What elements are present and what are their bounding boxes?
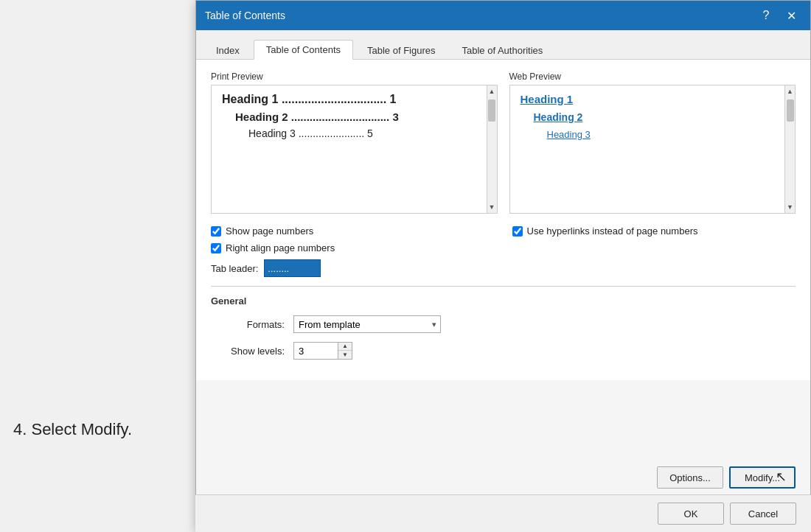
show-levels-spinner: 3 ▲ ▼ — [293, 342, 352, 360]
tab-leader-label: Tab leader: — [211, 263, 258, 274]
web-scroll-up-arrow[interactable]: ▲ — [785, 85, 795, 97]
show-levels-label: Show levels: — [211, 346, 285, 357]
modify-button[interactable]: Modify... — [729, 466, 796, 489]
cancel-button[interactable]: Cancel — [730, 503, 796, 525]
show-page-numbers-row: Show page numbers — [211, 225, 495, 237]
right-align-row: Right align page numbers — [211, 242, 495, 253]
options-left: Show page numbers Right align page numbe… — [211, 225, 495, 277]
help-button[interactable]: ? — [756, 5, 776, 26]
web-heading1[interactable]: Heading 1 — [521, 93, 775, 105]
close-button[interactable]: ✕ — [781, 5, 801, 26]
dialog-title: Table of Contents — [205, 10, 285, 21]
web-heading3[interactable]: Heading 3 — [547, 129, 775, 140]
web-preview-scrollbar[interactable]: ▲ ▼ — [784, 85, 795, 213]
bottom-bar: OK Cancel — [195, 494, 811, 532]
print-preview-content: Heading 1 ..............................… — [211, 85, 498, 214]
title-bar-controls: ? ✕ — [756, 5, 801, 26]
show-levels-input[interactable]: 3 — [293, 342, 338, 360]
formats-select-wrapper: From template Classic Distinctive Fancy … — [293, 315, 441, 333]
formats-select[interactable]: From template Classic Distinctive Fancy … — [293, 315, 441, 333]
tab-toc[interactable]: Table of Contents — [254, 40, 353, 60]
formats-row: Formats: From template Classic Distincti… — [211, 315, 796, 333]
scroll-up-arrow[interactable]: ▲ — [487, 85, 497, 97]
print-preview-scrollbar[interactable]: ▲ ▼ — [487, 85, 497, 213]
tab-tof[interactable]: Table of Figures — [355, 41, 448, 60]
web-scroll-down-arrow[interactable]: ▼ — [785, 201, 795, 213]
scroll-down-arrow[interactable]: ▼ — [487, 201, 497, 213]
general-label: General — [211, 295, 796, 307]
dialog-body: Print Preview Heading 1 ................… — [196, 60, 810, 380]
formats-label: Formats: — [211, 319, 285, 330]
spinner-up-button[interactable]: ▲ — [338, 343, 352, 351]
print-preview-inner: Heading 1 ..............................… — [212, 85, 487, 213]
tab-leader-select-wrapper: ........ ------- _______ (none) — [264, 259, 494, 277]
tab-leader-row: Tab leader: ........ ------- _______ (no… — [211, 259, 495, 277]
right-align-checkbox[interactable] — [211, 243, 221, 253]
spinner-buttons: ▲ ▼ — [338, 342, 352, 360]
use-hyperlinks-label: Use hyperlinks instead of page numbers — [527, 225, 698, 237]
web-preview-label: Web Preview — [509, 71, 796, 82]
divider — [211, 286, 796, 287]
web-scroll-thumb[interactable] — [787, 99, 794, 122]
options-right: Use hyperlinks instead of page numbers — [512, 225, 796, 242]
web-preview-inner: Heading 1 Heading 2 Heading 3 — [510, 85, 785, 213]
instruction-text: 4. Select Modify. — [13, 420, 132, 439]
show-page-numbers-checkbox[interactable] — [211, 226, 221, 237]
show-page-numbers-label: Show page numbers — [226, 225, 313, 237]
print-heading2: Heading 2 ..............................… — [235, 111, 476, 123]
spinner-down-button[interactable]: ▼ — [338, 351, 352, 359]
show-levels-row: Show levels: 3 ▲ ▼ — [211, 342, 796, 360]
web-heading2[interactable]: Heading 2 — [534, 111, 775, 123]
secondary-buttons-row: Options... Modify... — [657, 466, 796, 489]
preview-section: Print Preview Heading 1 ................… — [211, 71, 796, 214]
options-button[interactable]: Options... — [657, 466, 723, 489]
print-heading1: Heading 1 ..............................… — [222, 93, 476, 106]
print-preview-box: Print Preview Heading 1 ................… — [211, 71, 498, 214]
options-row: Show page numbers Right align page numbe… — [211, 225, 796, 277]
tab-index[interactable]: Index — [203, 41, 252, 60]
use-hyperlinks-checkbox[interactable] — [512, 226, 523, 237]
ok-button[interactable]: OK — [658, 503, 724, 525]
scroll-thumb[interactable] — [488, 99, 495, 122]
tab-bar: Index Table of Contents Table of Figures… — [196, 30, 810, 60]
use-hyperlinks-row: Use hyperlinks instead of page numbers — [512, 225, 796, 237]
dialog: Table of Contents ? ✕ Index Table of Con… — [195, 0, 811, 532]
tab-leader-select[interactable]: ........ ------- _______ (none) — [264, 259, 321, 277]
print-preview-label: Print Preview — [211, 71, 498, 82]
tab-toa[interactable]: Table of Authorities — [450, 41, 556, 60]
web-preview-content: Heading 1 Heading 2 Heading 3 ▲ ▼ — [509, 85, 796, 214]
print-heading3: Heading 3 ....................... 5 — [248, 127, 476, 139]
web-preview-box: Web Preview Heading 1 Heading 2 Heading … — [509, 71, 796, 214]
right-align-label: Right align page numbers — [226, 242, 335, 253]
title-bar: Table of Contents ? ✕ — [196, 1, 810, 30]
